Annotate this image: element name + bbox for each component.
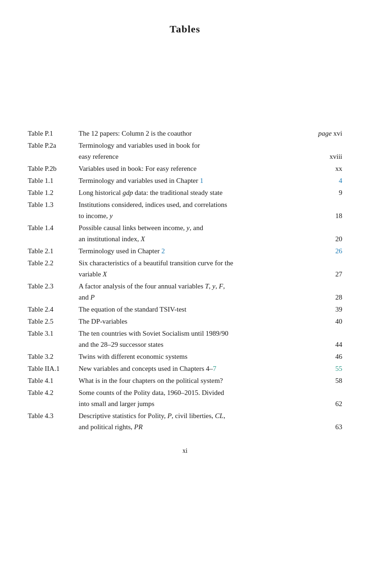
- list-item: Table 2.1 Terminology used in Chapter 2 …: [28, 245, 342, 256]
- entry-label: Table 2.4: [28, 304, 79, 315]
- list-item: Table P.2a Terminology and variables use…: [28, 140, 342, 162]
- entry-page: 4: [319, 175, 342, 186]
- entry-label: Table 4.2: [28, 387, 79, 398]
- entry-desc: Long historical gdp data: the traditiona…: [79, 187, 319, 198]
- entry-page: 44: [319, 339, 342, 350]
- entry-page: 9: [319, 187, 342, 198]
- entry-label: Table 1.1: [28, 175, 79, 186]
- list-item: Table 2.5 The DP-variables 40: [28, 316, 342, 327]
- entry-desc: Terminology and variables used in Chapte…: [79, 175, 319, 186]
- list-item: Table P.1 The 12 papers: Column 2 is the…: [28, 128, 342, 139]
- list-item: Table 3.2 Twins with different economic …: [28, 351, 342, 362]
- list-item: Table 4.1 What is in the four chapters o…: [28, 375, 342, 386]
- entry-page: 58: [319, 375, 342, 386]
- list-item: Table 1.2 Long historical gdp data: the …: [28, 187, 342, 198]
- entry-desc: Institutions considered, indices used, a…: [79, 199, 319, 210]
- list-item: Table 2.3 A factor analysis of the four …: [28, 281, 342, 303]
- entry-desc-cont: into small and larger jumps: [28, 398, 319, 409]
- entry-desc-cont: an institutional index, X: [28, 233, 319, 244]
- entry-label: Table P.2b: [28, 163, 79, 174]
- list-item: Table 2.2 Six characteristics of a beaut…: [28, 257, 342, 280]
- entry-page: xviii: [319, 151, 342, 162]
- entry-page: 27: [319, 269, 342, 280]
- entry-label: Table 4.3: [28, 410, 79, 421]
- page-title: Tables: [28, 23, 342, 35]
- entry-page: 62: [319, 398, 342, 409]
- entry-label: Table 2.1: [28, 245, 79, 256]
- entry-desc-cont: easy reference: [28, 151, 319, 162]
- entry-page: 63: [319, 421, 342, 432]
- entry-label: Table P.1: [28, 128, 79, 139]
- entry-label: Table 2.3: [28, 281, 79, 292]
- entry-label: Table 1.3: [28, 199, 79, 210]
- entry-desc: Some counts of the Polity data, 1960–201…: [79, 387, 319, 398]
- entry-label: Table P.2a: [28, 140, 79, 151]
- entry-label: Table 1.4: [28, 222, 79, 233]
- entry-desc: Possible causal links between income, y,…: [79, 222, 319, 233]
- chapter-link: 7: [213, 365, 216, 372]
- list-item: Table 2.4 The equation of the standard T…: [28, 304, 342, 315]
- table-list: Table P.1 The 12 papers: Column 2 is the…: [28, 128, 342, 433]
- list-item: Table 3.1 The ten countries with Soviet …: [28, 328, 342, 350]
- list-item: Table 4.3 Descriptive statistics for Pol…: [28, 410, 342, 432]
- list-item: Table 1.4 Possible causal links between …: [28, 222, 342, 244]
- page-number: xi: [28, 447, 342, 455]
- entry-page: 18: [319, 210, 342, 221]
- list-item: Table 4.2 Some counts of the Polity data…: [28, 387, 342, 409]
- entry-desc: The ten countries with Soviet Socialism …: [79, 328, 319, 339]
- entry-page: 46: [319, 351, 342, 362]
- chapter-link: 2: [161, 247, 165, 255]
- entry-desc-cont: and political rights, PR: [28, 421, 319, 432]
- entry-label: Table 3.2: [28, 351, 79, 362]
- entry-page: 40: [319, 316, 342, 327]
- list-item: Table 1.3 Institutions considered, indic…: [28, 199, 342, 221]
- entry-label: Table 4.1: [28, 375, 79, 386]
- entry-desc-cont: variable X: [28, 269, 319, 280]
- entry-page: page xvi: [318, 128, 342, 139]
- list-item: Table 1.1 Terminology and variables used…: [28, 175, 342, 186]
- entry-label: Table IIA.1: [28, 363, 79, 374]
- entry-page: 39: [319, 304, 342, 315]
- entry-label: Table 3.1: [28, 328, 79, 339]
- entry-desc: What is in the four chapters on the poli…: [79, 375, 319, 386]
- entry-desc: Terminology and variables used in book f…: [79, 140, 319, 151]
- entry-desc: Terminology used in Chapter 2: [79, 245, 319, 256]
- entry-page: xx: [319, 163, 342, 174]
- entry-desc: The 12 papers: Column 2 is the coauthor: [79, 128, 318, 139]
- entry-page: 26: [319, 245, 342, 256]
- entry-desc-cont: and P: [28, 292, 319, 303]
- entry-desc: Descriptive statistics for Polity, P, ci…: [79, 410, 319, 421]
- entry-page: 28: [319, 292, 342, 303]
- entry-label: Table 1.2: [28, 187, 79, 198]
- entry-desc: The equation of the standard TSIV-test: [79, 304, 319, 315]
- entry-desc: Variables used in book: For easy referen…: [79, 163, 319, 174]
- entry-label: Table 2.5: [28, 316, 79, 327]
- entry-label: Table 2.2: [28, 257, 79, 269]
- entry-desc: A factor analysis of the four annual var…: [79, 281, 319, 292]
- entry-desc: The DP-variables: [79, 316, 319, 327]
- list-item: Table P.2b Variables used in book: For e…: [28, 163, 342, 174]
- entry-desc-cont: to income, y: [28, 210, 319, 221]
- entry-page: 55: [319, 363, 342, 374]
- entry-page: 20: [319, 233, 342, 244]
- entry-desc: Twins with different economic systems: [79, 351, 319, 362]
- entry-desc: Six characteristics of a beautiful trans…: [79, 257, 319, 269]
- entry-desc: New variables and concepts used in Chapt…: [79, 363, 319, 374]
- chapter-link: 1: [200, 177, 204, 184]
- list-item: Table IIA.1 New variables and concepts u…: [28, 363, 342, 374]
- entry-desc-cont: and the 28–29 successor states: [28, 339, 319, 350]
- page: Tables Table P.1 The 12 papers: Column 2…: [0, 0, 370, 588]
